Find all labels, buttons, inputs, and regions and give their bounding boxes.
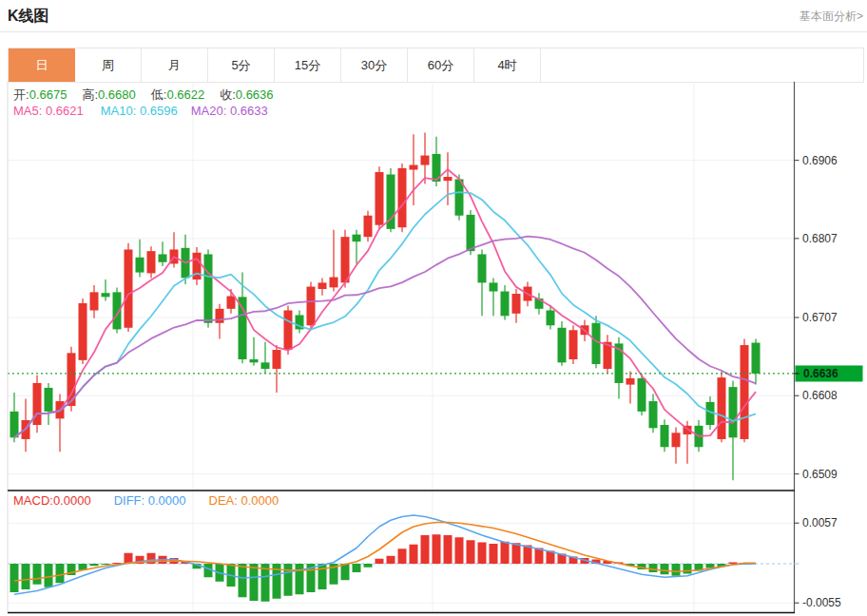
price-axis-label: 0.6608	[802, 389, 838, 402]
candle-body	[672, 433, 681, 447]
candle-body	[330, 278, 338, 288]
tab-60min[interactable]: 60分	[408, 48, 474, 82]
candle-body	[353, 235, 361, 241]
macd-histogram-bar	[649, 564, 658, 572]
macd-histogram-bar	[33, 564, 42, 585]
ma-readout: MA5: 0.6621MA10: 0.6596MA20: 0.6633	[13, 104, 268, 118]
tab-15min[interactable]: 15分	[275, 48, 341, 82]
candle-body	[752, 343, 761, 374]
close-value: 0.6636	[236, 87, 274, 102]
low-label: 低:	[151, 87, 167, 102]
candle-body	[741, 345, 749, 439]
candle-body	[10, 412, 19, 437]
tab-4hour[interactable]: 4时	[474, 48, 541, 82]
candle-body	[79, 303, 87, 360]
candle-body	[261, 362, 270, 369]
candle-body	[45, 388, 53, 412]
macd-histogram-bar	[433, 534, 441, 564]
candle-body	[421, 156, 430, 165]
candle-body	[102, 293, 110, 297]
candle-body	[341, 237, 350, 282]
macd-histogram-bar	[672, 564, 681, 576]
page-title: K线图	[8, 7, 49, 27]
macd-axis-label: -0.0055	[802, 596, 841, 609]
candle-body	[478, 254, 487, 282]
tab-30min[interactable]: 30分	[341, 48, 408, 82]
low-value: 0.6622	[166, 87, 204, 102]
candle-body	[661, 425, 669, 447]
high-value: 0.6680	[98, 87, 136, 102]
macd-histogram-bar	[729, 563, 738, 565]
candle-body	[592, 323, 601, 364]
macd-histogram-bar	[490, 544, 498, 564]
candle-body	[569, 330, 578, 359]
diff-value-readout: DIFF: 0.0000	[114, 493, 186, 508]
candle-body	[398, 168, 407, 227]
candle-body	[649, 401, 658, 428]
ohlc-readout: 开:0.6675高:0.6680低:0.6622收:0.6636	[13, 87, 289, 104]
open-value: 0.6675	[29, 87, 67, 102]
ma10-readout: MA10: 0.6596	[101, 104, 178, 118]
macd-histogram-bar	[455, 537, 464, 564]
candle-body	[216, 309, 224, 323]
macd-histogram-bar	[684, 564, 692, 574]
tabbar-filler	[541, 48, 863, 82]
candle-body	[136, 258, 144, 273]
candle-body	[318, 282, 327, 289]
ma5-readout: MA5: 0.6621	[13, 104, 84, 118]
macd-histogram-bar	[22, 564, 30, 589]
candle-body	[638, 378, 646, 412]
candle-body	[307, 287, 316, 326]
ma20-readout: MA20: 0.6633	[191, 104, 268, 118]
kline-chart-area[interactable]: 0.69060.68070.67070.66080.65090.66360.00…	[0, 82, 867, 616]
tab-month[interactable]: 月	[142, 48, 208, 82]
macd-histogram-bar	[45, 564, 53, 587]
interval-tabbar: 日 周 月 5分 15分 30分 60分 4时	[8, 48, 864, 83]
tab-day[interactable]: 日	[9, 48, 75, 82]
price-axis-label: 0.6906	[802, 154, 838, 167]
candle-body	[376, 172, 384, 225]
macd-histogram-bar	[90, 564, 99, 566]
candle-body	[159, 254, 167, 261]
macd-histogram-bar	[410, 545, 418, 564]
macd-histogram-bar	[353, 564, 361, 572]
candle-body	[410, 165, 418, 170]
close-label: 收:	[220, 87, 236, 102]
macd-histogram-bar	[239, 564, 247, 597]
macd-axis-label: 0.0057	[802, 516, 838, 529]
candle-body	[90, 292, 99, 310]
candle-body	[273, 350, 281, 369]
macd-histogram-bar	[421, 535, 430, 564]
macd-histogram-bar	[250, 564, 259, 601]
macd-histogram-bar	[398, 549, 407, 564]
price-axis-label: 0.6509	[802, 468, 838, 481]
macd-histogram-bar	[56, 564, 65, 583]
macd-value-readout: MACD:0.0000	[13, 493, 91, 508]
high-label: 高:	[82, 87, 98, 102]
macd-histogram-bar	[102, 564, 110, 565]
fundamental-analysis-link[interactable]: 基本面分析>	[800, 9, 863, 25]
tab-week[interactable]: 周	[75, 48, 142, 82]
macd-histogram-bar	[341, 564, 350, 580]
candle-body	[147, 251, 156, 273]
macd-histogram-bar	[467, 540, 475, 564]
macd-histogram-bar	[387, 556, 395, 564]
price-axis-label: 0.6707	[802, 311, 838, 324]
price-axis-label: 0.6807	[802, 232, 838, 245]
macd-histogram-bar	[296, 564, 304, 594]
current-price-tag-label: 0.6636	[803, 367, 838, 380]
macd-histogram-bar	[512, 543, 521, 564]
candle-body	[718, 377, 726, 439]
dea-line	[14, 523, 756, 582]
candle-body	[364, 216, 373, 237]
candle-body	[729, 387, 738, 437]
macd-histogram-bar	[10, 564, 19, 592]
macd-histogram-bar	[661, 564, 669, 574]
macd-histogram-bar	[501, 542, 510, 564]
candle-body	[284, 310, 293, 350]
candle-body	[501, 292, 510, 317]
candle-body	[547, 310, 555, 325]
macd-histogram-bar	[444, 535, 453, 564]
tab-5min[interactable]: 5分	[208, 48, 275, 82]
header-divider	[0, 31, 867, 32]
